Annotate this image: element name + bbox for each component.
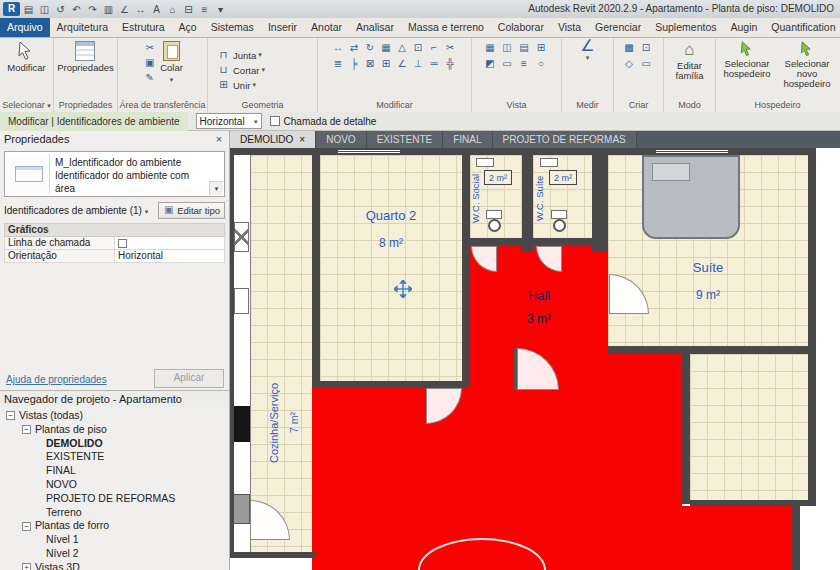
save-icon[interactable]: ◫ [37,2,52,17]
offset-icon[interactable]: ≣ [331,57,346,71]
qat-customize-icon[interactable]: ▾ [213,2,228,17]
tab-sistemas[interactable]: Sistemas [204,18,261,37]
split-icon[interactable]: ✂ [443,41,458,55]
room-tag-suite-area[interactable]: 9 m² [608,288,808,302]
tree-item-projeto-de-reformas[interactable]: PROJETO DE REFORMAS [0,492,229,506]
tree-item-nivel-2[interactable]: Nível 2 [0,547,229,561]
create-assembly-icon[interactable]: ⊡ [639,41,654,55]
open-icon[interactable]: ▤ [21,2,36,17]
select-new-host-button[interactable]: Selecionar novo hospedeiro [778,41,836,89]
tab-inserir[interactable]: Inserir [261,18,304,37]
section-box-icon[interactable]: ◫ [500,41,515,55]
viewport-icon[interactable]: ▭ [500,57,515,71]
tree-item-final[interactable]: FINAL [0,464,229,478]
tree-item-demolido[interactable]: DEMOLIDO [0,437,229,451]
room-tag-quarto2-area[interactable]: 8 m² [320,236,462,250]
detail-callout-option[interactable]: Chamada de detalhe [270,116,377,127]
mirror-icon[interactable]: ⇄ [347,41,362,55]
view-tab-existente[interactable]: EXISTENTE [367,131,444,148]
tree-item-nivel-1[interactable]: Nível 1 [0,533,229,547]
tab-arquivo[interactable]: Arquivo [0,18,50,37]
tab-analisar[interactable]: Analisar [349,18,401,37]
element-filter-dropdown[interactable]: Identificadores de ambiente (1) ▾ [4,205,148,216]
move-handle-icon[interactable] [394,280,412,298]
tab-augin[interactable]: Augin [723,18,764,37]
tree-collapse-icon[interactable]: − [22,522,31,531]
view-template-icon[interactable]: ▤ [517,41,532,55]
unite-button[interactable]: ⊞ Unir ▾ [216,78,256,93]
copy-clipboard-icon[interactable]: ▣ [142,56,157,70]
room-tag-wc-suite-name[interactable]: W.C. Suíte [534,158,545,238]
create-parts-icon[interactable]: ◇ [622,57,637,71]
room-tag-quarto2-name[interactable]: Quarto 2 [320,208,462,223]
revit-logo-icon[interactable]: R [3,2,20,16]
tree-item-vistas-3d[interactable]: + Vistas 3D [0,561,229,570]
rotate-icon[interactable]: ↻ [363,41,378,55]
tree-item-existente[interactable]: EXISTENTE [0,450,229,464]
sync-icon[interactable]: ↺ [53,2,68,17]
delete-icon[interactable]: ⊠ [363,57,378,71]
angle-icon[interactable]: ∠ [395,57,410,71]
trim-icon[interactable]: ⌐ [427,41,442,55]
modify-button[interactable]: Modificar [7,41,46,73]
apply-button[interactable]: Aplicar [154,369,224,388]
pin-icon[interactable]: ⊡ [411,41,426,55]
tab-estrutura[interactable]: Estrutura [115,18,172,37]
section-icon[interactable]: ⊟ [181,2,196,17]
create-group-icon[interactable]: ▩ [622,41,637,55]
cut-clipboard-icon[interactable]: ✂ [142,41,157,55]
tree-item-vistas-todas[interactable]: − Vistas (todas) [0,409,229,423]
demolition-region-right[interactable] [608,354,682,570]
tab-anotar[interactable]: Anotar [304,18,349,37]
visibility-icon[interactable]: ≡ [517,57,532,71]
view-tab-demolido[interactable]: DEMOLIDO × [230,131,316,148]
room-tag-wc-social-area[interactable]: 2 m² [484,170,512,185]
tab-quantification[interactable]: Quantification [764,18,840,37]
cut-geometry-button[interactable]: ⊔ Cortar ▾ [216,63,265,78]
thin-lines-icon[interactable]: ≡ [197,2,212,17]
tab-colaborar[interactable]: Colaborar [491,18,551,37]
tab-gerenciar[interactable]: Gerenciar [588,18,648,37]
room-sala[interactable] [690,354,808,500]
undo-icon[interactable]: ↶ [69,2,84,17]
tab-aco[interactable]: Aço [172,18,204,37]
detail-callout-checkbox[interactable] [270,116,280,126]
room-tag-cozinha-name[interactable]: Cozinha/Serviço [268,358,280,488]
tab-arquitetura[interactable]: Arquitetura [50,18,115,37]
reveal-icon[interactable]: ○ [534,57,549,71]
array-icon[interactable]: ▦ [379,41,394,55]
edit-family-button[interactable]: ⌂ Editar família [666,41,713,81]
room-tag-cozinha-area[interactable]: 7 m² [288,396,300,450]
tree-collapse-icon[interactable]: − [22,425,31,434]
panel-label-selecionar[interactable]: Selecionar ▾ [0,99,53,112]
tab-suplementos[interactable]: Suplementos [648,18,723,37]
tab-massa-terreno[interactable]: Massa e terreno [401,18,491,37]
drawing-canvas[interactable]: Quarto 2 8 m² W.C. Social 2 m² W.C. Suít… [230,148,840,570]
properties-help-link[interactable]: Ajuda de propriedades [6,374,107,385]
create-similar-icon[interactable]: ▭ [639,57,654,71]
tree-expand-icon[interactable]: + [22,563,31,570]
view-grid-icon[interactable]: ▦ [483,41,498,55]
room-cozinha[interactable] [250,155,312,553]
text-icon[interactable]: A [149,2,164,17]
redo-icon[interactable]: ↷ [85,2,100,17]
room-tag-hall-name[interactable]: Hall [470,288,608,303]
room-tag-hall-area[interactable]: 3 m² [470,312,608,326]
graphics-section-header[interactable]: Gráficos [4,223,225,237]
view-tab-final[interactable]: FINAL [443,131,492,148]
tree-item-plantas-de-piso[interactable]: − Plantas de piso [0,423,229,437]
view-tab-novo[interactable]: NOVO [316,131,366,148]
measure-button[interactable]: ∠ ▾ [580,41,594,63]
tree-collapse-icon[interactable]: − [6,411,15,420]
grid-tool-icon[interactable]: ╬ [443,57,458,71]
demolition-region-bottom-right[interactable] [682,506,792,570]
properties-button[interactable]: Propriedades [57,41,114,73]
join-button[interactable]: ⊓ Junta ▾ [216,48,262,63]
type-selector-dropdown-icon[interactable]: ▾ [209,181,223,195]
paste-button[interactable]: Colar ▾ [160,41,183,85]
wall-line-icon[interactable]: ═ [427,57,442,71]
type-selector[interactable]: M_Identificador do ambiente Identificado… [4,151,225,197]
orientation-dropdown[interactable]: Horizontal ▾ [196,113,262,129]
edit-type-button[interactable]: ▣ Editar tipo [158,202,225,219]
tab-vista[interactable]: Vista [551,18,588,37]
